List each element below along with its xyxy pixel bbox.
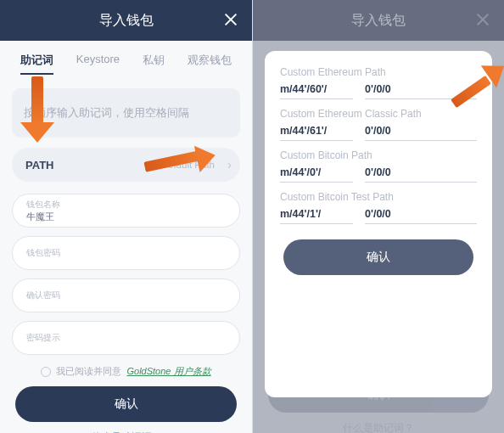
mnemonic-placeholder: 按顺序输入助记词，使用空格间隔: [24, 106, 189, 121]
path-input-row[interactable]: m/44'/0'/ 0'/0/0: [280, 166, 477, 183]
wallet-password-field[interactable]: 钱包密码: [12, 236, 240, 270]
agree-row[interactable]: 我已阅读并同意 GoldStone 用户条款: [12, 365, 240, 378]
tab-keystore[interactable]: Keystore: [76, 53, 120, 73]
path-group-label: Custom Bitcoin Test Path: [280, 191, 477, 203]
screen-import-wallet: 导入钱包 助记词 Keystore 私钥 观察钱包 按顺序输入助记词，使用空格间…: [0, 0, 252, 433]
tab-watch[interactable]: 观察钱包: [188, 53, 232, 73]
path-prefix[interactable]: m/44'/0'/: [280, 166, 353, 183]
header: 导入钱包: [0, 0, 252, 41]
wallet-name-field[interactable]: 钱包名称 牛魔王: [12, 194, 240, 228]
path-group-label: Custom Bitcoin Path: [280, 149, 477, 161]
screen-import-wallet-paths: 导入钱包 助记词 Keystore 私钥 观察钱包 确认 什么是助记词？ Cus…: [252, 0, 504, 433]
field-label: 钱包密码: [26, 247, 226, 259]
tos-link[interactable]: GoldStone 用户条款: [126, 365, 210, 378]
field-value: 牛魔王: [26, 211, 226, 223]
chevron-right-icon: ›: [227, 158, 232, 172]
path-modal: Custom Ethereum Path m/44'/60'/ 0'/0/0 C…: [265, 51, 492, 397]
path-input-row[interactable]: m/44'/60'/ 0'/0/0: [280, 83, 477, 99]
path-row[interactable]: PATH Default Path ›: [12, 148, 240, 182]
tab-mnemonic[interactable]: 助记词: [20, 53, 53, 73]
path-group-label: Custom Ethereum Classic Path: [280, 108, 477, 120]
path-input-row[interactable]: m/44'/61'/ 0'/0/0: [280, 125, 477, 141]
password-hint-field[interactable]: 密码提示: [12, 321, 240, 355]
path-input-row[interactable]: m/44'/1'/ 0'/0/0: [280, 208, 477, 224]
path-suffix[interactable]: 0'/0/0: [365, 125, 477, 141]
confirm-password-field[interactable]: 确认密码: [12, 278, 240, 312]
radio-unchecked-icon[interactable]: [41, 367, 51, 377]
path-value: Default Path: [161, 160, 227, 170]
tab-privatekey[interactable]: 私钥: [143, 53, 165, 73]
field-label: 确认密码: [26, 290, 226, 301]
path-suffix[interactable]: 0'/0/0: [365, 83, 477, 99]
path-prefix[interactable]: m/44'/61'/: [280, 125, 353, 141]
confirm-button[interactable]: 确认: [15, 386, 237, 422]
header-title: 导入钱包: [99, 12, 154, 30]
path-group-label: Custom Ethereum Path: [280, 66, 477, 78]
path-suffix[interactable]: 0'/0/0: [365, 208, 477, 224]
mnemonic-input[interactable]: 按顺序输入助记词，使用空格间隔: [12, 88, 240, 138]
path-suffix[interactable]: 0'/0/0: [365, 166, 477, 183]
agree-prefix: 我已阅读并同意: [56, 365, 121, 378]
field-label: 钱包名称: [26, 199, 226, 211]
path-prefix[interactable]: m/44'/60'/: [280, 83, 353, 99]
modal-confirm-button[interactable]: 确认: [283, 239, 473, 275]
close-icon[interactable]: [221, 10, 240, 29]
path-label: PATH: [25, 159, 53, 172]
tabs: 助记词 Keystore 私钥 观察钱包: [0, 41, 252, 80]
path-prefix[interactable]: m/44'/1'/: [280, 208, 353, 224]
field-label: 密码提示: [26, 332, 226, 344]
content: 按顺序输入助记词，使用空格间隔 PATH Default Path › 钱包名称…: [0, 80, 252, 433]
